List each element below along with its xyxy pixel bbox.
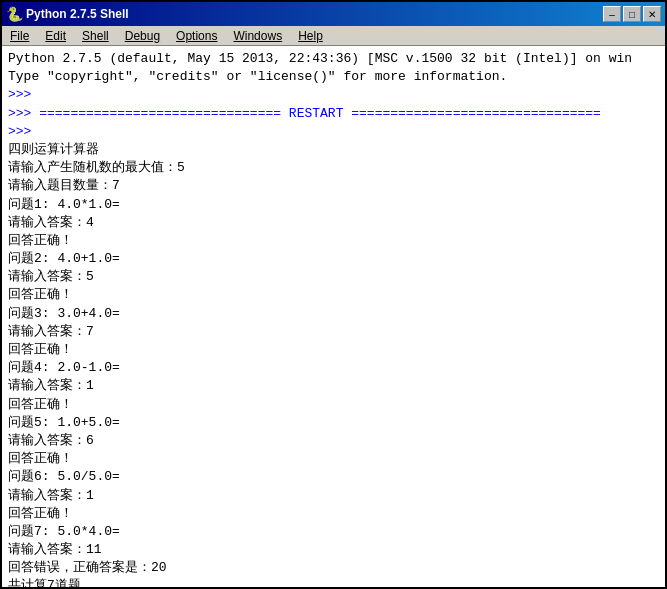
title-bar-left: 🐍 Python 2.7.5 Shell — [6, 6, 129, 22]
title-buttons: – □ ✕ — [603, 6, 661, 22]
menu-edit[interactable]: Edit — [41, 29, 70, 43]
menu-windows[interactable]: Windows — [229, 29, 286, 43]
minimize-button[interactable]: – — [603, 6, 621, 22]
menu-file[interactable]: File — [6, 29, 33, 43]
python-header: Python 2.7.5 (default, May 15 2013, 22:4… — [8, 50, 659, 587]
close-button[interactable]: ✕ — [643, 6, 661, 22]
maximize-button[interactable]: □ — [623, 6, 641, 22]
title-bar: 🐍 Python 2.7.5 Shell – □ ✕ — [2, 2, 665, 26]
shell-content[interactable]: Python 2.7.5 (default, May 15 2013, 22:4… — [2, 46, 665, 587]
python-icon: 🐍 — [6, 6, 22, 22]
window: 🐍 Python 2.7.5 Shell – □ ✕ File Edit She… — [0, 0, 667, 589]
menu-debug[interactable]: Debug — [121, 29, 164, 43]
menu-help[interactable]: Help — [294, 29, 327, 43]
window-title: Python 2.7.5 Shell — [26, 7, 129, 21]
menu-options[interactable]: Options — [172, 29, 221, 43]
menu-shell[interactable]: Shell — [78, 29, 113, 43]
menu-bar: File Edit Shell Debug Options Windows He… — [2, 26, 665, 46]
